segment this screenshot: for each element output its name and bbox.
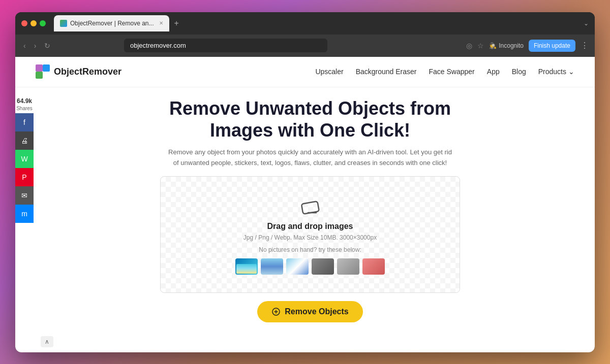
drop-subtitle: Jpg / Png / Webp. Max Size 10MB. 3000×30… <box>243 234 377 241</box>
sample-image-6[interactable] <box>362 258 385 275</box>
hero-title: Remove Unwanted Objects from Images with… <box>169 97 451 141</box>
tab-title: ObjectRemover | Remove an... <box>70 20 154 27</box>
svg-rect-2 <box>36 64 43 72</box>
privacy-icon: ◎ <box>466 42 472 50</box>
nav-blog[interactable]: Blog <box>512 68 526 76</box>
sample-image-4[interactable] <box>312 258 334 275</box>
incognito-label: Incognito <box>499 42 524 49</box>
traffic-lights <box>21 20 46 26</box>
incognito-icon: 🕵 <box>489 42 497 49</box>
share-pinterest-button[interactable]: P <box>15 168 34 186</box>
address-input[interactable] <box>124 39 327 52</box>
expand-icon[interactable]: ⌄ <box>584 20 589 27</box>
nav-background-eraser[interactable]: Background Eraser <box>356 68 417 76</box>
hero-subtitle: Remove any object from your photos quick… <box>168 147 452 169</box>
share-label: Shares <box>16 106 33 111</box>
reload-button[interactable]: ↻ <box>42 40 52 52</box>
bookmark-icon[interactable]: ☆ <box>477 42 484 50</box>
share-print-button[interactable]: 🖨 <box>15 131 34 150</box>
close-button[interactable] <box>21 20 27 26</box>
chevron-down-icon: ⌄ <box>568 68 574 76</box>
sample-images <box>235 258 385 275</box>
finish-update-button[interactable]: Finish update <box>529 40 575 52</box>
sample-image-1[interactable] <box>235 258 258 275</box>
share-facebook-button[interactable]: f <box>15 113 34 131</box>
nav-upscaler[interactable]: Upscaler <box>315 68 343 76</box>
nav-products[interactable]: Products ⌄ <box>538 68 574 76</box>
remove-objects-button[interactable]: Remove Objects <box>257 301 362 322</box>
more-options-button[interactable]: ⋮ <box>581 41 589 50</box>
site-nav: ObjectRemover Upscaler Background Eraser… <box>15 57 595 87</box>
sample-image-5[interactable] <box>337 258 359 275</box>
drop-zone[interactable]: Drag and drop images Jpg / Png / Webp. M… <box>160 176 460 293</box>
logo-text: ObjectRemover <box>54 67 121 77</box>
tab-close-icon[interactable]: ✕ <box>159 20 163 26</box>
tab-favicon-icon <box>60 20 67 27</box>
nav-face-swapper[interactable]: Face Swapper <box>429 68 475 76</box>
drop-title: Drag and drop images <box>267 222 353 231</box>
eraser-icon <box>298 194 322 219</box>
share-sidebar: 64.9k Shares f 🖨 W P ✉ m <box>15 97 34 223</box>
scroll-up-icon: ∧ <box>45 338 49 345</box>
address-bar-right: ◎ ☆ 🕵 Incognito Finish update ⋮ <box>466 40 589 52</box>
back-button[interactable]: ‹ <box>21 40 28 52</box>
svg-rect-0 <box>36 72 43 79</box>
sample-text: No pictures on hand? try these below: <box>259 246 361 253</box>
new-tab-button[interactable]: + <box>171 19 182 28</box>
share-messenger-button[interactable]: m <box>15 205 34 223</box>
sample-image-3[interactable] <box>286 258 309 275</box>
remove-objects-icon <box>271 307 281 316</box>
minimize-button[interactable] <box>30 20 37 26</box>
nav-links: Upscaler Background Eraser Face Swapper … <box>315 68 574 76</box>
address-bar: ‹ › ↻ ◎ ☆ 🕵 Incognito Finish update ⋮ <box>15 35 595 57</box>
nav-app[interactable]: App <box>487 68 500 76</box>
tab-bar: ObjectRemover | Remove an... ✕ + <box>54 15 580 31</box>
incognito-badge: 🕵 Incognito <box>489 42 524 49</box>
share-email-button[interactable]: ✉ <box>15 186 34 205</box>
share-whatsapp-button[interactable]: W <box>15 150 34 168</box>
browser-window: ObjectRemover | Remove an... ✕ + ⌄ ‹ › ↻… <box>15 12 595 352</box>
active-tab[interactable]: ObjectRemover | Remove an... ✕ <box>54 15 169 31</box>
forward-button[interactable]: › <box>32 40 39 52</box>
logo-icon <box>36 64 50 79</box>
main-content: Remove Unwanted Objects from Images with… <box>15 87 595 352</box>
maximize-button[interactable] <box>40 20 46 26</box>
website-content: ObjectRemover Upscaler Background Eraser… <box>15 57 595 352</box>
share-count: 64.9k <box>17 97 32 105</box>
site-logo[interactable]: ObjectRemover <box>36 64 121 79</box>
title-bar: ObjectRemover | Remove an... ✕ + ⌄ <box>15 12 595 35</box>
svg-rect-1 <box>43 64 50 72</box>
sample-image-2[interactable] <box>261 258 283 275</box>
scroll-indicator[interactable]: ∧ <box>41 336 53 347</box>
